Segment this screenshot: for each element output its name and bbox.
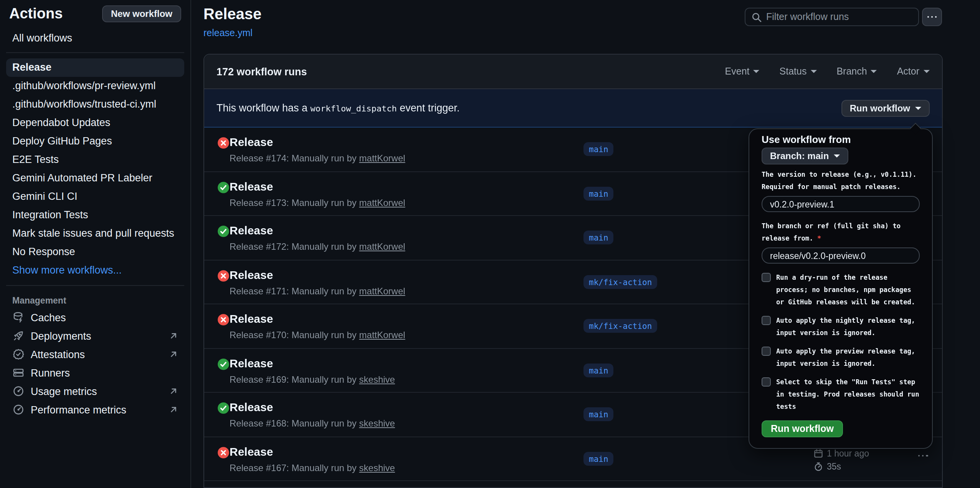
sidebar-workflow-label: .github/workflows/pr-review.yml bbox=[12, 80, 156, 91]
sidebar-workflow-item[interactable]: Show more workflows... bbox=[6, 261, 184, 280]
failure-x-icon bbox=[217, 314, 229, 326]
search-icon bbox=[752, 12, 762, 22]
checkbox[interactable] bbox=[762, 273, 771, 282]
filter-dropdown[interactable]: Event bbox=[725, 66, 760, 77]
run-kebab-button[interactable] bbox=[918, 455, 928, 456]
verified-badge-icon bbox=[12, 348, 25, 360]
workflow-file-link[interactable]: release.yml bbox=[203, 28, 253, 38]
workflow-input-checkbox-row: Select to skip the "Run Tests" step in t… bbox=[762, 376, 920, 413]
actor-link[interactable]: mattKorwel bbox=[359, 153, 405, 164]
branch-badge[interactable]: main bbox=[583, 452, 614, 466]
actor-link[interactable]: mattKorwel bbox=[359, 285, 405, 296]
popup-checkbox-list: Run a dry-run of the release process; no… bbox=[762, 271, 920, 413]
run-meta: 1 hour ago 35s bbox=[814, 447, 869, 473]
success-check-icon bbox=[217, 181, 229, 193]
workflow-dispatch-banner: This workflow has a workflow_dispatch ev… bbox=[204, 89, 942, 128]
sidebar-workflow-item[interactable]: No Response bbox=[6, 243, 184, 261]
sidebar-workflow-item[interactable]: Integration Tests bbox=[6, 206, 184, 224]
sidebar-management-item[interactable]: Usage metrics bbox=[0, 382, 190, 400]
run-count: 172 workflow runs bbox=[216, 66, 307, 77]
sidebar-management-label: Usage metrics bbox=[31, 385, 97, 397]
sidebar-workflow-item[interactable]: Deploy GitHub Pages bbox=[6, 132, 184, 151]
sidebar-workflow-label: E2E Tests bbox=[12, 154, 59, 165]
actor-link[interactable]: skeshive bbox=[359, 418, 395, 429]
filter-dropdown[interactable]: Status bbox=[780, 66, 817, 77]
ref-input-description: The branch or ref (full git sha) to rele… bbox=[762, 220, 920, 244]
filter-workflow-runs-input[interactable] bbox=[766, 12, 912, 22]
run-title[interactable]: Release bbox=[230, 356, 273, 369]
page-title: Release bbox=[203, 5, 261, 23]
meter-icon bbox=[12, 403, 25, 416]
sidebar-workflow-item[interactable]: Release bbox=[6, 58, 184, 77]
checkbox-label: Auto apply the nightly release tag, inpu… bbox=[776, 314, 920, 339]
filter-dropdown[interactable]: Branch bbox=[836, 66, 877, 77]
failure-x-icon bbox=[217, 269, 229, 282]
branch-badge[interactable]: main bbox=[583, 143, 614, 156]
branch-badge[interactable]: main bbox=[583, 364, 614, 377]
sidebar-management-label: Runners bbox=[31, 367, 70, 378]
sidebar-management-item[interactable]: Attestations bbox=[0, 345, 190, 364]
rocket-icon bbox=[12, 330, 25, 342]
sidebar-workflow-item[interactable]: Mark stale issues and pull requests bbox=[6, 224, 184, 243]
sidebar-item-all-workflows[interactable]: All workflows bbox=[6, 29, 184, 47]
branch-badge[interactable]: main bbox=[583, 408, 614, 422]
filter-dropdown-label: Actor bbox=[897, 66, 919, 77]
actor-link[interactable]: skeshive bbox=[359, 462, 395, 473]
branch-select-button[interactable]: Branch: main bbox=[762, 148, 848, 164]
run-title[interactable]: Release bbox=[230, 312, 273, 325]
branch-badge[interactable]: mk/fix-action bbox=[583, 275, 657, 289]
run-title[interactable]: Release bbox=[230, 135, 273, 148]
filter-dropdown[interactable]: Actor bbox=[897, 66, 929, 77]
sidebar-workflow-item[interactable]: Gemini CLI CI bbox=[6, 188, 184, 206]
actor-link[interactable]: mattKorwel bbox=[359, 197, 405, 208]
new-workflow-button[interactable]: New workflow bbox=[102, 5, 181, 22]
sidebar-management-label: Performance metrics bbox=[31, 404, 126, 415]
run-workflow-popup: Use workflow from Branch: main The versi… bbox=[749, 128, 933, 449]
ref-input[interactable] bbox=[762, 247, 920, 264]
version-input[interactable] bbox=[762, 196, 920, 212]
sidebar-workflow-item[interactable]: .github/workflows/pr-review.yml bbox=[6, 77, 184, 95]
sidebar-workflow-item[interactable]: E2E Tests bbox=[6, 151, 184, 169]
checkbox[interactable] bbox=[762, 316, 771, 325]
banner-text: This workflow has a workflow_dispatch ev… bbox=[216, 102, 459, 114]
branch-badge[interactable]: main bbox=[583, 187, 614, 201]
branch-badge[interactable]: mk/fix-action bbox=[583, 319, 657, 333]
run-description: Release #170: Manually run by mattKorwel bbox=[230, 330, 405, 340]
checkbox[interactable] bbox=[762, 377, 771, 387]
run-description: Release #174: Manually run by mattKorwel bbox=[230, 153, 405, 164]
sidebar-management-item[interactable]: Caches bbox=[0, 308, 190, 327]
actor-link[interactable]: mattKorwel bbox=[359, 330, 405, 340]
actor-link[interactable]: mattKorwel bbox=[359, 241, 405, 252]
run-title[interactable]: Release bbox=[230, 268, 273, 281]
filter-dropdown-label: Status bbox=[780, 66, 807, 77]
sidebar-workflow-label: Integration Tests bbox=[12, 209, 88, 221]
checkbox-label: Auto apply the preview release tag, inpu… bbox=[776, 345, 920, 370]
sidebar-divider bbox=[6, 52, 184, 53]
run-title[interactable]: Release bbox=[230, 400, 273, 413]
run-title[interactable]: Release bbox=[230, 224, 273, 237]
checkbox-label: Run a dry-run of the release process; no… bbox=[776, 271, 920, 308]
version-input-description: The version to release (e.g., v0.1.11). … bbox=[762, 168, 920, 193]
run-title[interactable]: Release bbox=[230, 445, 273, 458]
run-description: Release #172: Manually run by mattKorwel bbox=[230, 241, 405, 252]
run-workflow-submit-button[interactable]: Run workflow bbox=[762, 420, 843, 437]
workflow-options-kebab-button[interactable] bbox=[922, 8, 942, 26]
sidebar-workflow-item[interactable]: Dependabot Updates bbox=[6, 114, 184, 132]
actor-link[interactable]: skeshive bbox=[359, 374, 395, 385]
sidebar-management-item[interactable]: Runners bbox=[0, 364, 190, 382]
sidebar-workflow-item[interactable]: Gemini Automated PR Labeler bbox=[6, 169, 184, 188]
run-workflow-dropdown-button[interactable]: Run workflow bbox=[841, 100, 929, 116]
sidebar-title: Actions bbox=[9, 5, 63, 22]
sidebar-workflow-label: .github/workflows/trusted-ci.yml bbox=[12, 98, 156, 110]
run-description: Release #169: Manually run by skeshive bbox=[230, 374, 395, 385]
external-link-icon bbox=[169, 350, 178, 359]
sidebar-workflow-label: Dependabot Updates bbox=[12, 117, 110, 128]
checkbox[interactable] bbox=[762, 347, 771, 356]
actions-sidebar: Actions New workflow All workflows Relea… bbox=[0, 0, 191, 488]
branch-badge[interactable]: main bbox=[583, 231, 614, 245]
next-run-row-partial bbox=[204, 481, 942, 488]
sidebar-management-item[interactable]: Performance metrics bbox=[0, 400, 190, 419]
sidebar-management-item[interactable]: Deployments bbox=[0, 327, 190, 345]
run-title[interactable]: Release bbox=[230, 179, 273, 193]
sidebar-workflow-item[interactable]: .github/workflows/trusted-ci.yml bbox=[6, 95, 184, 114]
